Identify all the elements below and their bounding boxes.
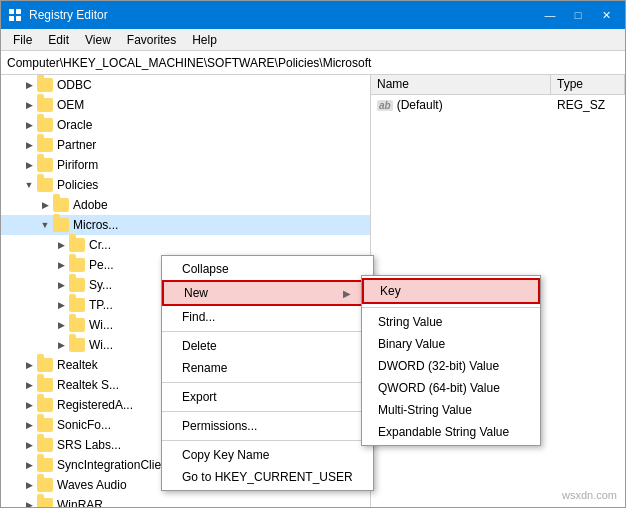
tree-item-microsoft[interactable]: ▼ Micros... [1, 215, 370, 235]
tree-item-adobe[interactable]: ▶ Adobe [1, 195, 370, 215]
svg-rect-1 [16, 9, 21, 14]
address-text: Computer\HKEY_LOCAL_MACHINE\SOFTWARE\Pol… [7, 56, 371, 70]
ctx-separator-3 [162, 411, 373, 412]
folder-icon [69, 298, 85, 312]
right-pane-header: Name Type [371, 75, 625, 95]
reg-name-label: (Default) [397, 98, 443, 112]
ctx-copy-key-name[interactable]: Copy Key Name [162, 444, 373, 466]
svg-rect-3 [16, 16, 21, 21]
submenu: Key String Value Binary Value DWORD (32-… [361, 275, 541, 446]
menu-edit[interactable]: Edit [40, 31, 77, 49]
ctx-rename[interactable]: Rename [162, 357, 373, 379]
ctx-delete[interactable]: Delete [162, 335, 373, 357]
folder-icon [53, 218, 69, 232]
folder-icon [69, 238, 85, 252]
tree-label: Policies [57, 178, 98, 192]
expander-icon: ▶ [37, 197, 53, 213]
folder-icon [53, 198, 69, 212]
ctx-separator-2 [162, 382, 373, 383]
reg-name-cell: ab (Default) [371, 96, 551, 114]
expander-icon: ▶ [53, 237, 69, 253]
tree-item-oem[interactable]: ▶ OEM [1, 95, 370, 115]
folder-icon [37, 398, 53, 412]
ctx-new[interactable]: New ▶ [162, 280, 373, 306]
menu-bar: File Edit View Favorites Help [1, 29, 625, 51]
tree-item-piriform[interactable]: ▶ Piriform [1, 155, 370, 175]
folder-icon [37, 418, 53, 432]
tree-label: Sy... [89, 278, 112, 292]
tree-label: OEM [57, 98, 84, 112]
folder-icon [37, 118, 53, 132]
tree-item-oracle[interactable]: ▶ Oracle [1, 115, 370, 135]
menu-file[interactable]: File [5, 31, 40, 49]
folder-icon [37, 98, 53, 112]
expander-icon: ▶ [21, 497, 37, 507]
expander-icon: ▶ [21, 77, 37, 93]
tree-label: Cr... [89, 238, 111, 252]
tree-item-policies[interactable]: ▼ Policies [1, 175, 370, 195]
col-header-type: Type [551, 75, 625, 94]
app-icon [7, 7, 23, 23]
expander-icon: ▶ [21, 157, 37, 173]
ctx-permissions[interactable]: Permissions... [162, 415, 373, 437]
tree-label: Oracle [57, 118, 92, 132]
tree-label: Realtek S... [57, 378, 119, 392]
folder-icon [69, 318, 85, 332]
tree-label: Waves Audio [57, 478, 127, 492]
sub-item-string[interactable]: String Value [362, 311, 540, 333]
ctx-separator-4 [162, 440, 373, 441]
registry-editor-window: Registry Editor — □ ✕ File Edit View Fav… [0, 0, 626, 508]
window-title: Registry Editor [29, 8, 537, 22]
close-button[interactable]: ✕ [593, 5, 619, 25]
menu-view[interactable]: View [77, 31, 119, 49]
sub-separator [362, 307, 540, 308]
ctx-find[interactable]: Find... [162, 306, 373, 328]
expander-icon: ▶ [53, 337, 69, 353]
sub-item-key[interactable]: Key [362, 278, 540, 304]
folder-icon [37, 438, 53, 452]
tree-item-cr[interactable]: ▶ Cr... [1, 235, 370, 255]
tree-label: RegisteredA... [57, 398, 133, 412]
tree-label: Pe... [89, 258, 114, 272]
address-bar: Computer\HKEY_LOCAL_MACHINE\SOFTWARE\Pol… [1, 51, 625, 75]
title-bar: Registry Editor — □ ✕ [1, 1, 625, 29]
col-header-name: Name [371, 75, 551, 94]
folder-icon [37, 478, 53, 492]
tree-label: TP... [89, 298, 113, 312]
expander-icon: ▶ [21, 397, 37, 413]
expander-icon: ▶ [21, 377, 37, 393]
expander-icon: ▶ [53, 277, 69, 293]
expander-icon: ▶ [53, 317, 69, 333]
expander-icon: ▶ [21, 457, 37, 473]
tree-label: ODBC [57, 78, 92, 92]
folder-icon [37, 358, 53, 372]
tree-label: WinRAR [57, 498, 103, 507]
tree-item-winrar[interactable]: ▶ WinRAR [1, 495, 370, 507]
folder-icon [69, 258, 85, 272]
folder-icon [37, 458, 53, 472]
tree-item-odbc[interactable]: ▶ ODBC [1, 75, 370, 95]
sub-item-binary[interactable]: Binary Value [362, 333, 540, 355]
menu-help[interactable]: Help [184, 31, 225, 49]
registry-row-default[interactable]: ab (Default) REG_SZ [371, 95, 625, 115]
ctx-export[interactable]: Export [162, 386, 373, 408]
tree-item-partner[interactable]: ▶ Partner [1, 135, 370, 155]
watermark: wsxdn.com [562, 489, 617, 501]
ctx-goto-hkcu[interactable]: Go to HKEY_CURRENT_USER [162, 466, 373, 488]
main-content: ▶ ODBC ▶ OEM ▶ Oracle ▶ Partner [1, 75, 625, 507]
expander-icon: ▶ [21, 437, 37, 453]
svg-rect-2 [9, 16, 14, 21]
expander-icon: ▶ [21, 417, 37, 433]
arrow-icon: ▶ [343, 288, 351, 299]
maximize-button[interactable]: □ [565, 5, 591, 25]
sub-item-qword[interactable]: QWORD (64-bit) Value [362, 377, 540, 399]
sub-item-expandable[interactable]: Expandable String Value [362, 421, 540, 443]
menu-favorites[interactable]: Favorites [119, 31, 184, 49]
minimize-button[interactable]: — [537, 5, 563, 25]
tree-label: Realtek [57, 358, 98, 372]
sub-item-dword[interactable]: DWORD (32-bit) Value [362, 355, 540, 377]
tree-label: Wi... [89, 338, 113, 352]
expander-icon: ▶ [21, 97, 37, 113]
ctx-collapse[interactable]: Collapse [162, 258, 373, 280]
sub-item-multi-string[interactable]: Multi-String Value [362, 399, 540, 421]
